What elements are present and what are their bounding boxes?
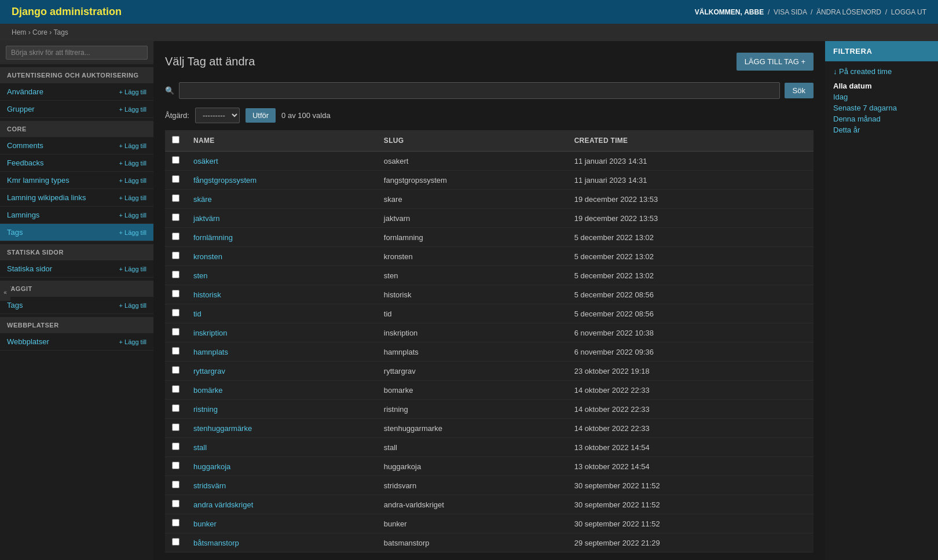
filter-all-dates[interactable]: Alla datum bbox=[833, 80, 930, 91]
row-name-link[interactable]: fornlämning bbox=[193, 233, 233, 242]
logga-ut-link[interactable]: LOGGA UT bbox=[891, 8, 926, 16]
row-name: kronsten bbox=[186, 247, 377, 266]
row-created-time: 11 januari 2023 14:31 bbox=[567, 152, 814, 171]
row-checkbox[interactable] bbox=[172, 519, 179, 526]
lamnings-add-link[interactable]: + Lägg till bbox=[119, 212, 146, 219]
anvandare-link[interactable]: Användare bbox=[7, 87, 43, 96]
sidebar-collapse-btn[interactable]: « bbox=[0, 283, 10, 301]
row-checkbox[interactable] bbox=[172, 423, 179, 431]
search-input[interactable] bbox=[179, 82, 780, 99]
feedbacks-add-link[interactable]: + Lägg till bbox=[119, 160, 146, 167]
tags-core-add-link[interactable]: + Lägg till bbox=[119, 229, 146, 236]
row-name-link[interactable]: bunker bbox=[193, 520, 217, 528]
table-row: huggarkoja huggarkoja 13 oktober 2022 14… bbox=[165, 457, 814, 476]
row-name-link[interactable]: stenhuggarmärke bbox=[193, 424, 252, 433]
row-name: skäre bbox=[186, 190, 377, 209]
row-checkbox[interactable] bbox=[172, 385, 179, 393]
row-name-link[interactable]: stridsvärn bbox=[193, 481, 226, 490]
row-checkbox[interactable] bbox=[172, 233, 179, 240]
filter-group-created-time: ↓ På created time Alla datum Idag Senast… bbox=[825, 61, 938, 141]
actions-select[interactable]: --------- bbox=[195, 108, 240, 123]
feedbacks-link[interactable]: Feedbacks bbox=[7, 159, 44, 167]
table-row: ryttargrav ryttargrav 23 oktober 2022 19… bbox=[165, 362, 814, 381]
row-name-link[interactable]: bomärke bbox=[193, 386, 223, 395]
row-checkbox[interactable] bbox=[172, 194, 179, 202]
filter-today[interactable]: Idag bbox=[833, 91, 930, 102]
row-checkbox[interactable] bbox=[172, 538, 179, 546]
row-name-link[interactable]: historisk bbox=[193, 290, 221, 299]
breadcrumb-hem[interactable]: Hem bbox=[12, 28, 26, 36]
kmr-add-link[interactable]: + Lägg till bbox=[119, 177, 146, 184]
row-checkbox[interactable] bbox=[172, 404, 179, 412]
row-checkbox[interactable] bbox=[172, 328, 179, 336]
sidebar-search-input[interactable] bbox=[6, 46, 148, 60]
row-created-time: 30 september 2022 11:52 bbox=[567, 476, 814, 495]
lamnings-link[interactable]: Lamnings bbox=[7, 211, 39, 219]
row-name-link[interactable]: inskription bbox=[193, 329, 228, 337]
select-all-checkbox[interactable] bbox=[172, 136, 179, 143]
row-checkbox-cell bbox=[165, 171, 186, 190]
row-checkbox[interactable] bbox=[172, 366, 179, 374]
row-name-link[interactable]: skäre bbox=[193, 195, 212, 204]
row-checkbox[interactable] bbox=[172, 290, 179, 297]
row-name-link[interactable]: kronsten bbox=[193, 252, 222, 261]
webbplatser-add-link[interactable]: + Lägg till bbox=[119, 338, 146, 345]
row-name: stall bbox=[186, 438, 377, 457]
row-slug: batsmanstorp bbox=[377, 533, 567, 552]
row-name-link[interactable]: andra världskriget bbox=[193, 500, 253, 509]
row-name: hamnplats bbox=[186, 342, 377, 362]
table-body: osäkert osakert 11 januari 2023 14:31 få… bbox=[165, 152, 814, 552]
row-checkbox[interactable] bbox=[172, 443, 179, 450]
row-name-link[interactable]: stall bbox=[193, 443, 207, 452]
row-name-link[interactable]: huggarkoja bbox=[193, 462, 230, 471]
breadcrumb: Hem › Core › Tags bbox=[0, 24, 938, 41]
row-checkbox[interactable] bbox=[172, 271, 179, 278]
row-checkbox[interactable] bbox=[172, 252, 179, 259]
lamning-wiki-link[interactable]: Lamning wikipedia links bbox=[7, 193, 86, 202]
actions-run-button[interactable]: Utför bbox=[246, 108, 276, 123]
comments-add-link[interactable]: + Lägg till bbox=[119, 142, 146, 149]
row-checkbox[interactable] bbox=[172, 175, 179, 183]
breadcrumb-core[interactable]: Core bbox=[32, 28, 47, 36]
statiska-add-link[interactable]: + Lägg till bbox=[119, 266, 146, 272]
row-name-link[interactable]: osäkert bbox=[193, 157, 218, 165]
row-name-link[interactable]: båtsmanstorp bbox=[193, 539, 239, 547]
row-name-link[interactable]: sten bbox=[193, 271, 208, 280]
row-checkbox[interactable] bbox=[172, 156, 179, 164]
comments-link[interactable]: Comments bbox=[7, 141, 43, 150]
tags-taggit-add-link[interactable]: + Lägg till bbox=[119, 302, 146, 309]
tags-core-link[interactable]: Tags bbox=[7, 228, 23, 237]
andra-losenord-link[interactable]: ÄNDRA LÖSENORD bbox=[816, 8, 881, 16]
row-checkbox[interactable] bbox=[172, 213, 179, 221]
filter-this-month[interactable]: Denna månad bbox=[833, 113, 930, 124]
row-name-link[interactable]: hamnplats bbox=[193, 348, 228, 356]
anvandare-add-link[interactable]: + Lägg till bbox=[119, 89, 146, 95]
row-checkbox[interactable] bbox=[172, 481, 179, 488]
lamning-wiki-add-link[interactable]: + Lägg till bbox=[119, 194, 146, 201]
row-name-link[interactable]: fångstgropssystem bbox=[193, 176, 257, 185]
row-name-link[interactable]: ryttargrav bbox=[193, 367, 225, 375]
table-row: osäkert osakert 11 januari 2023 14:31 bbox=[165, 152, 814, 171]
table-row: ristning ristning 14 oktober 2022 22:33 bbox=[165, 400, 814, 419]
row-checkbox-cell bbox=[165, 304, 186, 323]
statiska-link[interactable]: Statiska sidor bbox=[7, 264, 52, 273]
row-name-link[interactable]: tid bbox=[193, 310, 201, 318]
row-checkbox[interactable] bbox=[172, 462, 179, 469]
add-tag-button[interactable]: LÄGG TILL TAG + bbox=[737, 53, 814, 71]
grupper-add-link[interactable]: + Lägg till bbox=[119, 106, 146, 113]
webbplatser-link[interactable]: Webbplatser bbox=[7, 337, 49, 346]
search-button[interactable]: Sök bbox=[785, 83, 814, 98]
filter-this-year[interactable]: Detta år bbox=[833, 124, 930, 135]
actions-bar: Åtgärd: --------- Utför 0 av 100 valda bbox=[165, 108, 814, 123]
row-created-time: 5 december 2022 08:56 bbox=[567, 285, 814, 304]
kmr-link[interactable]: Kmr lamning types bbox=[7, 176, 69, 185]
row-checkbox[interactable] bbox=[172, 309, 179, 316]
tags-taggit-link[interactable]: Tags bbox=[7, 301, 23, 310]
row-checkbox[interactable] bbox=[172, 347, 179, 355]
filter-last-7-days[interactable]: Senaste 7 dagarna bbox=[833, 102, 930, 113]
row-name-link[interactable]: jaktvärn bbox=[193, 214, 220, 223]
visa-sida-link[interactable]: VISA SIDA bbox=[774, 8, 807, 16]
row-checkbox[interactable] bbox=[172, 500, 179, 507]
grupper-link[interactable]: Grupper bbox=[7, 105, 35, 113]
row-name-link[interactable]: ristning bbox=[193, 405, 218, 414]
